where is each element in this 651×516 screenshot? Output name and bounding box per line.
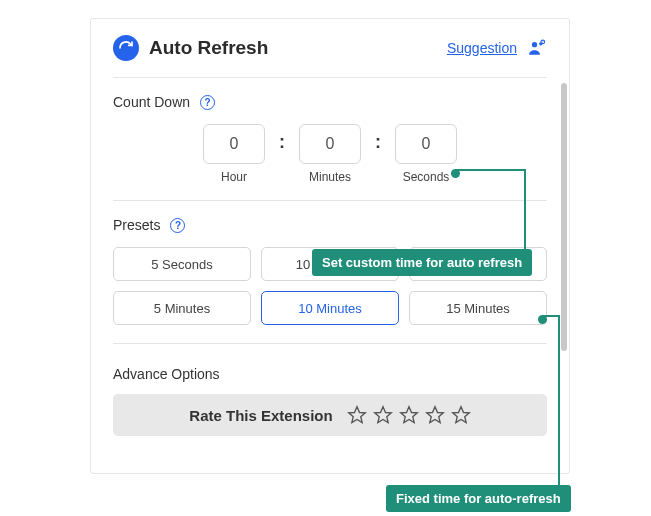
countdown-label: Count Down [113, 94, 190, 110]
star-icon[interactable] [347, 405, 367, 425]
callout-custom-time: Set custom time for auto refresh [312, 249, 532, 276]
annotation-leader [455, 169, 526, 171]
svg-marker-5 [374, 407, 391, 423]
star-icon[interactable] [399, 405, 419, 425]
help-icon[interactable]: ? [170, 218, 185, 233]
help-icon[interactable]: ? [200, 95, 215, 110]
countdown-row: Hour : Minutes : Seconds [113, 124, 547, 184]
annotation-leader [558, 315, 560, 487]
svg-point-0 [532, 42, 537, 47]
star-icon[interactable] [425, 405, 445, 425]
scrollbar[interactable] [561, 83, 567, 351]
app-title: Auto Refresh [149, 37, 447, 59]
rate-text: Rate This Extension [189, 407, 332, 424]
preset-button-selected[interactable]: 10 Minutes [261, 291, 399, 325]
divider [113, 200, 547, 201]
header: Auto Refresh Suggestion ? [113, 35, 547, 61]
hour-input[interactable] [203, 124, 265, 164]
star-icon[interactable] [451, 405, 471, 425]
seconds-input[interactable] [395, 124, 457, 164]
svg-marker-7 [426, 407, 443, 423]
preset-button[interactable]: 5 Minutes [113, 291, 251, 325]
seconds-caption: Seconds [403, 170, 450, 184]
hour-caption: Hour [221, 170, 247, 184]
suggestion-link[interactable]: Suggestion [447, 40, 517, 56]
refresh-icon [113, 35, 139, 61]
svg-text:?: ? [542, 40, 544, 44]
rating-stars[interactable] [347, 405, 471, 425]
rate-bar: Rate This Extension [113, 394, 547, 436]
divider [113, 343, 547, 344]
annotation-leader [524, 169, 526, 251]
preset-button[interactable]: 5 Seconds [113, 247, 251, 281]
people-icon[interactable]: ? [527, 38, 547, 58]
extension-panel: Auto Refresh Suggestion ? Count Down ? H… [90, 18, 570, 474]
svg-marker-4 [348, 407, 365, 423]
minutes-caption: Minutes [309, 170, 351, 184]
preset-button[interactable]: 15 Minutes [409, 291, 547, 325]
callout-fixed-time: Fixed time for auto-refresh [386, 485, 571, 512]
star-icon[interactable] [373, 405, 393, 425]
minutes-input[interactable] [299, 124, 361, 164]
advance-options-label: Advance Options [113, 366, 547, 382]
countdown-label-row: Count Down ? [113, 94, 547, 110]
presets-label: Presets [113, 217, 160, 233]
colon: : [375, 132, 381, 153]
svg-marker-6 [400, 407, 417, 423]
colon: : [279, 132, 285, 153]
presets-label-row: Presets ? [113, 217, 547, 233]
divider [113, 77, 547, 78]
svg-marker-8 [452, 407, 469, 423]
